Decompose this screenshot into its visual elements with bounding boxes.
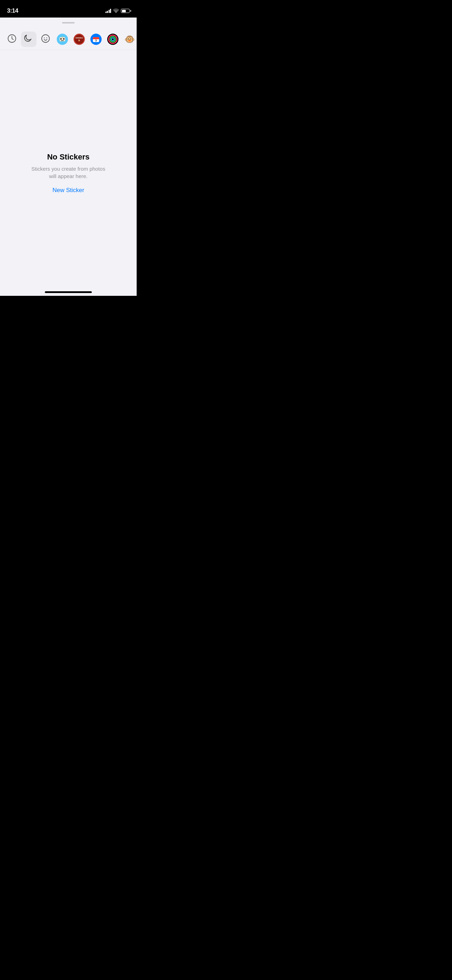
tab-drinks[interactable]: DRINKS 🍺 <box>72 32 87 47</box>
svg-rect-7 <box>63 38 64 40</box>
main-sheet: DRINKS 🍺 3 <box>0 18 137 296</box>
sticker-tabs: DRINKS 🍺 3 <box>0 28 137 50</box>
svg-point-11 <box>75 35 84 44</box>
status-time: 3:14 <box>7 7 18 14</box>
svg-text:🍺: 🍺 <box>78 39 80 42</box>
svg-rect-8 <box>61 40 64 41</box>
tab-animoji[interactable] <box>55 32 70 47</box>
tab-calendar[interactable]: 3 <box>88 32 104 47</box>
svg-point-2 <box>44 38 45 38</box>
moon-icon <box>24 34 33 45</box>
tab-emoji[interactable] <box>38 32 53 47</box>
svg-text:DRINKS: DRINKS <box>75 37 83 39</box>
battery-icon <box>121 9 130 13</box>
monkey-icon: 🐵 <box>124 35 135 43</box>
empty-title: No Stickers <box>47 153 89 162</box>
svg-text:3: 3 <box>95 39 97 42</box>
new-sticker-button[interactable]: New Sticker <box>53 187 84 194</box>
home-indicator <box>45 291 92 293</box>
wifi-icon <box>113 8 119 14</box>
svg-point-3 <box>46 38 47 38</box>
sheet-handle <box>62 22 75 24</box>
status-bar: 3:14 <box>0 0 137 18</box>
tab-monkey[interactable]: 🐵 <box>122 32 137 47</box>
svg-rect-9 <box>62 37 63 38</box>
tab-recent[interactable] <box>4 32 20 47</box>
calendar-icon: 3 <box>91 33 102 45</box>
signal-icon <box>105 9 111 13</box>
clock-icon <box>7 34 16 45</box>
svg-point-1 <box>42 35 49 42</box>
empty-subtitle: Stickers you create from photoswill appe… <box>32 165 105 180</box>
emoji-icon <box>41 34 50 45</box>
drinks-icon: DRINKS 🍺 <box>73 33 85 45</box>
empty-state: No Stickers Stickers you create from pho… <box>0 50 137 296</box>
tab-custom-stickers[interactable] <box>21 32 37 47</box>
svg-rect-6 <box>60 38 62 40</box>
animoji-icon <box>57 33 68 45</box>
tab-activity[interactable] <box>105 32 121 47</box>
activity-icon <box>107 33 118 45</box>
sheet-handle-area <box>0 18 137 28</box>
status-icons <box>105 8 130 14</box>
